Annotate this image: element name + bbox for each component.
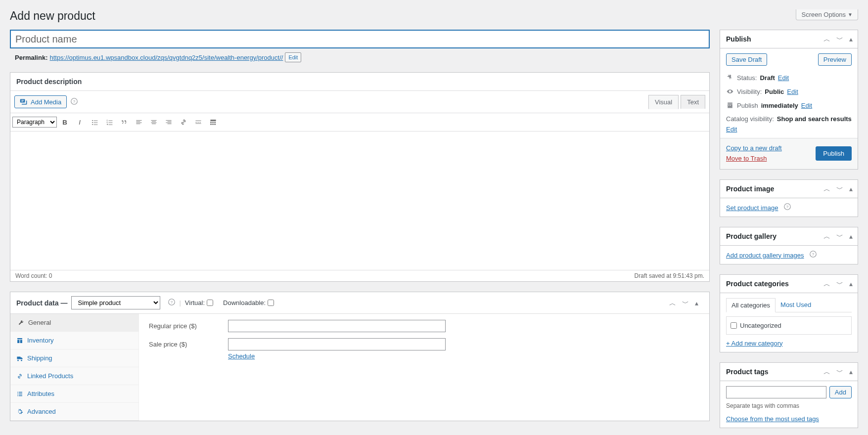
wrench-icon [17,319,24,326]
copy-to-draft-link[interactable]: Copy to a new draft [726,143,782,154]
move-down-button[interactable]: ﹀ [679,298,692,308]
read-more-button[interactable] [191,115,205,129]
categories-heading: Product categories [720,275,795,293]
toolbar-toggle-button[interactable] [206,115,220,129]
product-type-select[interactable]: Simple product [71,296,160,309]
permalink-edit-button[interactable]: Edit [285,52,301,62]
product-description-box: Product description Add Media ? Visual [10,72,710,282]
regular-price-input[interactable] [228,320,446,332]
product-categories-box: Product categories ︿ ﹀ ▴ All categories … [720,274,858,352]
help-icon[interactable]: ? [810,252,817,259]
move-to-trash-link[interactable]: Move to Trash [726,154,782,164]
product-gallery-box: Product gallery ︿ ﹀ ▴ Add product galler… [720,227,858,264]
product-data-heading: Product data — [16,299,67,307]
product-name-input[interactable] [10,30,710,48]
preview-button[interactable]: Preview [818,53,852,66]
editor-content-area[interactable] [10,131,709,270]
add-tag-button[interactable]: Add [829,386,852,398]
screen-options-button[interactable]: Screen Options ▼ [796,9,858,20]
tag-input[interactable] [726,386,826,398]
add-media-button[interactable]: Add Media [14,95,67,108]
permalink-url[interactable]: https://optimus.eu1.wpsandbox.cloud/zqs/… [49,54,283,61]
tab-most-used[interactable]: Most Used [776,298,816,312]
set-product-image-link[interactable]: Set product image [726,204,778,212]
product-image-box: Product image ︿ ﹀ ▴ Set product image ? [720,179,858,217]
align-center-button[interactable] [147,115,161,129]
virtual-checkbox[interactable] [207,300,213,306]
add-gallery-images-link[interactable]: Add product gallery images [726,252,804,259]
tab-shipping[interactable]: Shipping [10,349,138,367]
toggle-panel-button[interactable]: ▴ [692,298,701,308]
save-draft-button[interactable]: Save Draft [726,53,767,66]
move-up-button[interactable]: ︿ [666,298,679,308]
svg-text:?: ? [73,99,75,103]
truck-icon [16,355,23,362]
regular-price-label: Regular price ($) [149,322,218,330]
add-new-category-link[interactable]: + Add new category [726,340,783,347]
publish-button[interactable]: Publish [816,146,852,161]
toggle-panel-button[interactable]: ▴ [846,278,856,289]
tab-attributes[interactable]: Attributes [10,385,138,403]
toggle-panel-button[interactable]: ▴ [846,34,856,44]
tab-advanced[interactable]: Advanced [10,403,138,421]
sale-price-label: Sale price ($) [149,341,218,348]
sale-price-input[interactable] [228,338,446,350]
toggle-panel-button[interactable]: ▴ [846,183,856,194]
toggle-panel-button[interactable]: ▴ [846,366,856,377]
move-down-button[interactable]: ﹀ [833,278,846,289]
numbered-list-button[interactable] [102,115,116,129]
move-up-button[interactable]: ︿ [821,34,833,44]
category-uncategorized-label: Uncategorized [740,322,781,329]
svg-rect-3 [210,122,211,123]
move-down-button[interactable]: ﹀ [833,34,846,44]
bullet-list-button[interactable] [88,115,101,129]
move-down-button[interactable]: ﹀ [833,366,846,377]
quote-button[interactable] [117,115,131,129]
tab-general[interactable]: General [10,314,138,332]
tab-text[interactable]: Text [681,95,705,109]
triangle-down-icon: ▼ [848,12,853,17]
list-icon [16,391,23,397]
align-left-button[interactable] [132,115,146,129]
tab-all-categories[interactable]: All categories [726,298,776,312]
help-icon[interactable]: ? [71,98,78,106]
word-count: Word count: 0 [15,272,52,279]
schedule-link[interactable]: Schedule [228,352,255,360]
tab-inventory[interactable]: Inventory [10,332,138,349]
edit-visibility-link[interactable]: Edit [787,88,798,95]
svg-rect-6 [210,124,211,125]
link-button[interactable] [177,115,190,129]
svg-text:?: ? [171,300,173,304]
move-up-button[interactable]: ︿ [821,231,833,242]
italic-button[interactable]: I [73,115,87,129]
help-icon[interactable]: ? [168,299,175,307]
virtual-label: Virtual: [185,299,213,306]
bold-button[interactable]: B [58,115,72,129]
downloadable-label: Downloadable: [223,299,274,306]
help-icon[interactable]: ? [784,204,791,212]
move-down-button[interactable]: ﹀ [833,231,846,242]
format-select[interactable]: Paragraph [12,117,57,128]
tags-heading: Product tags [720,363,775,381]
downloadable-checkbox[interactable] [268,300,274,306]
pin-icon [726,74,734,82]
move-down-button[interactable]: ﹀ [833,183,846,194]
publish-box: Publish ︿ ﹀ ▴ Save Draft Preview Status: [720,30,858,170]
calendar-icon [726,101,734,109]
move-up-button[interactable]: ︿ [821,366,833,377]
link-icon [16,373,23,380]
move-up-button[interactable]: ︿ [821,183,833,194]
svg-rect-4 [212,122,213,123]
edit-publish-date-link[interactable]: Edit [801,102,812,109]
move-up-button[interactable]: ︿ [821,278,833,289]
toggle-panel-button[interactable]: ▴ [846,231,856,242]
eye-icon [726,87,734,95]
page-title: Add new product [10,5,95,25]
choose-tags-link[interactable]: Choose from the most used tags [726,415,819,423]
tab-visual[interactable]: Visual [648,95,679,109]
align-right-button[interactable] [162,115,176,129]
edit-status-link[interactable]: Edit [778,74,789,82]
tab-linked-products[interactable]: Linked Products [10,367,138,385]
category-uncategorized-checkbox[interactable] [731,322,737,329]
edit-catalog-visibility-link[interactable]: Edit [726,126,737,133]
